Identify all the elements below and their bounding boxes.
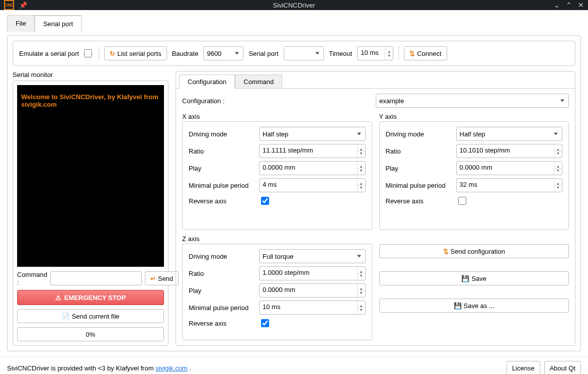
spin-up-icon[interactable]: ▲ (358, 284, 365, 291)
spin-up-icon[interactable]: ▲ (358, 162, 365, 169)
file-send-icon: 📄 (62, 313, 70, 320)
baudrate-value: 9600 (207, 50, 221, 57)
min-pulse-label: Minimal pulse period (189, 304, 255, 312)
emulate-text: Emulate a serial port (19, 50, 79, 57)
y-reverse-checkbox[interactable] (458, 197, 466, 205)
footer-text: SiviCNCDriver is provided with <3 by Kla… (7, 364, 191, 372)
spin-up-icon[interactable]: ▲ (385, 47, 393, 54)
z-ratio-spinbox[interactable]: 1.0000 step/mm▲▼ (259, 266, 366, 280)
send-icon: ⇅ (443, 248, 449, 255)
serial-port-label: Serial port (248, 50, 278, 57)
x-driving-mode-select[interactable]: Half step (259, 127, 366, 141)
send-current-file-button[interactable]: 📄 Send current file (17, 309, 164, 323)
spin-down-icon[interactable]: ▼ (358, 291, 365, 297)
spin-up-icon[interactable]: ▲ (358, 144, 365, 152)
tab-configuration[interactable]: Configuration (179, 74, 235, 89)
z-axis-box: Driving modeFull torque Ratio1.0000 step… (182, 244, 372, 340)
x-reverse-checkbox[interactable] (261, 197, 269, 205)
z-driving-mode-select[interactable]: Full torque (259, 249, 366, 263)
emulate-label: Emulate a serial port (19, 48, 94, 59)
spin-down-icon[interactable]: ▼ (554, 186, 562, 192)
spin-down-icon[interactable]: ▼ (554, 152, 562, 158)
send-file-label: Send current file (72, 313, 120, 320)
baudrate-select[interactable]: 9600 (203, 46, 243, 60)
app-window: CNC 📌 SiviCNCDriver ⌄ ⌃ ✕ File Serial po… (0, 0, 588, 374)
connect-button[interactable]: ⇅ Connect (404, 46, 447, 60)
license-button[interactable]: License (507, 361, 540, 374)
driving-mode-label: Driving mode (386, 130, 452, 138)
y-axis-title: Y axis (379, 113, 569, 120)
min-pulse-label: Minimal pulse period (386, 182, 452, 189)
x-play-spinbox[interactable]: 0.0000 mm▲▼ (259, 161, 366, 175)
save-button[interactable]: 💾 Save (379, 271, 569, 285)
config-actions: ⇅ Send configuration 💾 Save 💾 Save as .. (379, 235, 569, 313)
x-axis-section: X axis Driving modeHalf step Ratio11.111… (182, 113, 372, 230)
save-as-button[interactable]: 💾 Save as ... (379, 298, 569, 313)
spin-up-icon[interactable]: ▲ (554, 162, 562, 169)
console-output: Welcome to SiviCNCDriver, by Klafyvel fr… (17, 85, 164, 267)
main-columns: Serial monitor Welcome to SiviCNCDriver,… (13, 71, 575, 346)
z-axis-section: Z axis Driving modeFull torque Ratio1.00… (182, 235, 372, 340)
tab-command[interactable]: Command (235, 74, 282, 89)
spin-up-icon[interactable]: ▲ (358, 179, 365, 186)
sivigik-link[interactable]: sivigik.com (155, 364, 188, 372)
sub-tabs: Configuration Command (176, 71, 575, 89)
separator (398, 46, 399, 60)
configuration-value: example (379, 97, 404, 105)
reverse-label: Reverse axis (189, 320, 255, 327)
y-pulse-spinbox[interactable]: 32 ms▲▼ (456, 178, 563, 192)
z-axis-title: Z axis (182, 235, 372, 243)
driving-mode-label: Driving mode (189, 130, 255, 138)
play-label: Play (189, 165, 255, 172)
z-play-spinbox[interactable]: 0.0000 mm▲▼ (259, 283, 366, 297)
ratio-label: Ratio (189, 270, 255, 277)
command-input[interactable] (50, 271, 142, 285)
z-reverse-checkbox[interactable] (261, 319, 269, 327)
x-axis-title: X axis (182, 113, 372, 120)
spin-down-icon[interactable]: ▼ (385, 54, 393, 60)
y-driving-mode-select[interactable]: Half step (456, 127, 563, 141)
send-label: Send (158, 275, 173, 282)
serial-port-select[interactable] (284, 46, 324, 60)
maximize-icon[interactable]: ⌃ (566, 1, 572, 9)
spin-up-icon[interactable]: ▲ (554, 144, 562, 152)
emergency-stop-button[interactable]: ⚠ EMERGENCY STOP (17, 290, 164, 305)
z-pulse-spinbox[interactable]: 10 ms▲▼ (259, 301, 366, 315)
spin-up-icon[interactable]: ▲ (554, 179, 562, 186)
send-button[interactable]: ↵ Send (145, 271, 179, 285)
timeout-spinbox[interactable]: 10 ms ▲▼ (357, 46, 393, 60)
y-play-spinbox[interactable]: 0.0000 mm▲▼ (456, 161, 563, 175)
y-axis-box: Driving modeHalf step Ratio10.1010 step/… (379, 121, 569, 230)
minimize-icon[interactable]: ⌄ (554, 1, 560, 9)
reverse-label: Reverse axis (386, 197, 452, 205)
estop-label: EMERGENCY STOP (64, 294, 126, 302)
about-qt-button[interactable]: About Qt (544, 361, 581, 374)
y-ratio-spinbox[interactable]: 10.1010 step/mm▲▼ (456, 144, 563, 158)
spin-down-icon[interactable]: ▼ (358, 308, 365, 315)
spin-down-icon[interactable]: ▼ (358, 169, 365, 175)
list-serial-ports-button[interactable]: ↻ List serial ports (104, 46, 166, 60)
serial-monitor-title: Serial monitor (13, 71, 169, 79)
tab-file[interactable]: File (7, 15, 35, 32)
pin-icon[interactable]: 📌 (19, 2, 27, 9)
connect-icon: ⇅ (409, 50, 415, 57)
play-label: Play (386, 165, 452, 172)
right-panel: Configuration Command Configuration : ex… (176, 71, 575, 346)
ratio-label: Ratio (386, 147, 452, 155)
spin-down-icon[interactable]: ▼ (358, 186, 365, 192)
spin-down-icon[interactable]: ▼ (554, 169, 562, 175)
list-ports-label: List serial ports (117, 50, 161, 57)
spin-up-icon[interactable]: ▲ (358, 301, 365, 308)
send-configuration-button[interactable]: ⇅ Send configuration (379, 244, 569, 258)
close-icon[interactable]: ✕ (578, 1, 584, 9)
spin-down-icon[interactable]: ▼ (358, 274, 365, 280)
emulate-checkbox[interactable] (84, 49, 92, 57)
x-pulse-spinbox[interactable]: 4 ms▲▼ (259, 178, 366, 192)
tab-serial-port[interactable]: Serial port (35, 15, 81, 32)
configuration-select[interactable]: example (376, 94, 569, 108)
x-ratio-spinbox[interactable]: 11.1111 step/mm▲▼ (259, 144, 366, 158)
spin-down-icon[interactable]: ▼ (358, 152, 365, 158)
reverse-label: Reverse axis (189, 197, 255, 205)
spin-up-icon[interactable]: ▲ (358, 267, 365, 274)
save-label: Save (471, 275, 486, 282)
